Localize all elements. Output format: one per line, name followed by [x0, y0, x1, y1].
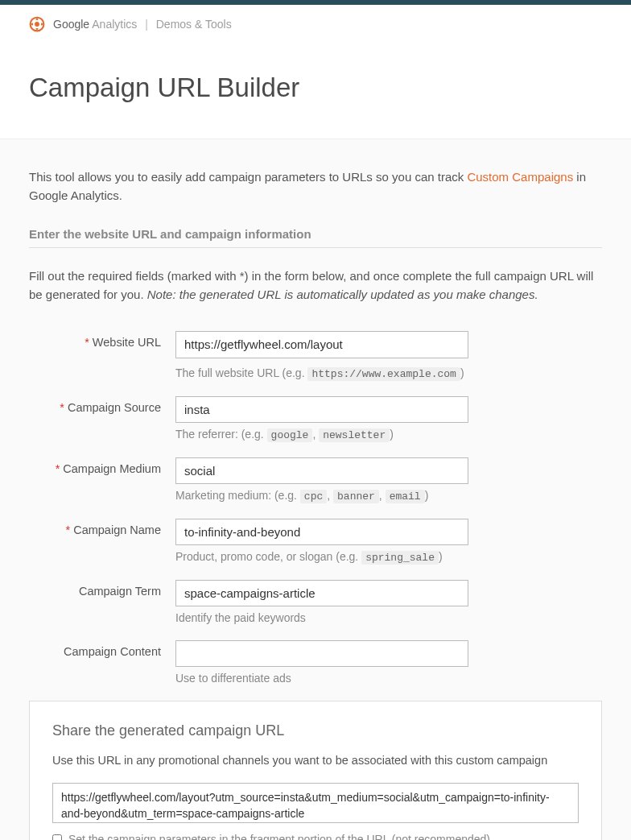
title-section: Campaign URL Builder: [0, 43, 631, 139]
fragment-checkbox[interactable]: [52, 834, 62, 840]
help-campaign-medium: Marketing medium: (e.g. cpc, banner, ema…: [175, 489, 602, 503]
label-campaign-content: Campaign Content: [29, 640, 175, 658]
row-campaign-source: *Campaign Source The referrer: (e.g. goo…: [29, 396, 602, 441]
help-campaign-content: Use to differentiate ads: [175, 672, 602, 685]
header: Google Analytics | Demos & Tools: [0, 5, 631, 43]
help-campaign-term: Identify the paid keywords: [175, 611, 602, 624]
row-campaign-name: *Campaign Name Product, promo code, or s…: [29, 519, 602, 564]
row-campaign-term: Campaign Term Identify the paid keywords: [29, 580, 602, 624]
row-campaign-content: Campaign Content Use to differentiate ad…: [29, 640, 602, 685]
instructions-note: Note: the generated URL is automatically…: [147, 288, 538, 301]
page-title: Campaign URL Builder: [29, 72, 602, 103]
input-website-url[interactable]: https://getflywheel.com/layout: [175, 331, 468, 358]
label-campaign-source: *Campaign Source: [29, 396, 175, 414]
label-campaign-name: *Campaign Name: [29, 519, 175, 536]
label-campaign-term: Campaign Term: [29, 580, 175, 598]
share-desc: Use this URL in any promotional channels…: [52, 754, 579, 767]
help-website-url: The full website URL (e.g. https://www.e…: [175, 366, 602, 380]
main-content: This tool allows you to easily add campa…: [0, 139, 631, 840]
generated-url-field[interactable]: https://getflywheel.com/layout?utm_sourc…: [52, 783, 579, 823]
brand-section: Demos & Tools: [156, 18, 232, 31]
brand-main: Google: [53, 18, 89, 31]
svg-point-1: [35, 22, 39, 27]
input-campaign-term[interactable]: [175, 580, 468, 606]
input-campaign-content[interactable]: [175, 640, 468, 667]
custom-campaigns-link[interactable]: Custom Campaigns: [467, 170, 573, 184]
intro-text: This tool allows you to easily add campa…: [29, 168, 602, 205]
label-campaign-medium: *Campaign Medium: [29, 457, 175, 475]
section-label: Enter the website URL and campaign infor…: [29, 227, 602, 248]
input-campaign-medium[interactable]: [175, 457, 468, 484]
ga-logo-icon: [29, 16, 45, 32]
help-campaign-source: The referrer: (e.g. google, newsletter): [175, 428, 602, 441]
brand-sub: Analytics: [92, 18, 137, 31]
row-campaign-medium: *Campaign Medium Marketing medium: (e.g.…: [29, 457, 602, 503]
instructions: Fill out the required fields (marked wit…: [29, 267, 602, 304]
fragment-row: Set the campaign parameters in the fragm…: [52, 833, 579, 840]
intro-pre: This tool allows you to easily add campa…: [29, 170, 467, 184]
brand-text: Google Analytics | Demos & Tools: [53, 18, 232, 31]
input-campaign-name[interactable]: [175, 519, 468, 545]
input-campaign-source[interactable]: [175, 396, 468, 423]
fragment-label: Set the campaign parameters in the fragm…: [68, 833, 493, 840]
brand-separator: |: [145, 18, 148, 31]
label-website-url: *Website URL: [29, 331, 175, 349]
share-title: Share the generated campaign URL: [52, 722, 579, 739]
help-campaign-name: Product, promo code, or slogan (e.g. spr…: [175, 550, 602, 564]
row-website-url: *Website URL https://getflywheel.com/lay…: [29, 331, 602, 380]
share-box: Share the generated campaign URL Use thi…: [29, 701, 602, 840]
